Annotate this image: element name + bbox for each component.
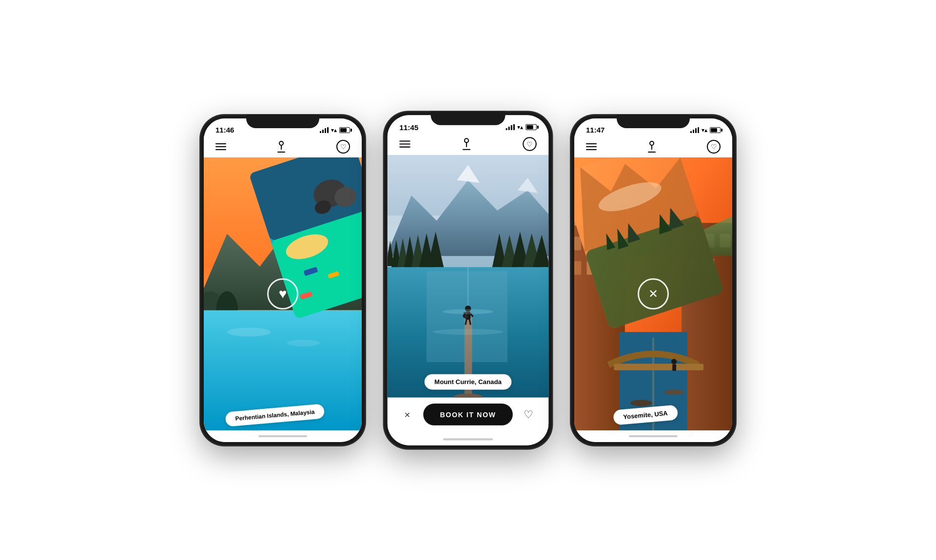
svg-line-45 bbox=[466, 320, 467, 325]
left-signal-icon bbox=[320, 127, 329, 133]
left-menu-icon[interactable] bbox=[215, 143, 226, 150]
middle-phone-screen: 11:45 ▾▴ bbox=[388, 115, 548, 445]
book-now-button[interactable]: BOOK IT NOW bbox=[423, 403, 513, 425]
right-favorites-icon[interactable]: ♡ bbox=[707, 140, 721, 154]
middle-signal-icon bbox=[506, 124, 515, 130]
right-status-icons: ▾▴ bbox=[690, 127, 721, 134]
left-time: 11:46 bbox=[215, 126, 234, 134]
middle-battery-icon bbox=[526, 124, 536, 130]
svg-point-73 bbox=[630, 400, 652, 406]
svg-rect-55 bbox=[574, 236, 581, 250]
middle-location-label: Mount Currie, Canada bbox=[425, 374, 512, 389]
left-nav-bar: ♡ bbox=[204, 138, 362, 157]
left-logo-pin bbox=[279, 141, 284, 146]
left-action-circle[interactable]: ♥ bbox=[267, 278, 298, 309]
left-phone-screen: 11:46 ▾▴ bbox=[204, 118, 362, 442]
left-favorites-icon[interactable]: ♡ bbox=[336, 140, 350, 154]
svg-rect-58 bbox=[574, 261, 581, 274]
svg-point-74 bbox=[664, 389, 683, 395]
save-button[interactable]: ♡ bbox=[519, 405, 539, 425]
right-wifi-icon: ▾▴ bbox=[702, 127, 707, 134]
svg-line-46 bbox=[469, 320, 470, 325]
middle-phone: 11:45 ▾▴ bbox=[384, 111, 553, 449]
middle-logo bbox=[463, 138, 470, 150]
middle-home-indicator bbox=[388, 433, 548, 445]
middle-action-bar: × BOOK IT NOW ♡ bbox=[388, 397, 548, 433]
middle-logo-base bbox=[463, 149, 470, 150]
right-battery-icon bbox=[710, 127, 721, 133]
svg-point-5 bbox=[227, 328, 271, 336]
phones-container: 11:46 ▾▴ bbox=[180, 95, 756, 465]
middle-content: Mount Currie, Canada bbox=[388, 154, 548, 397]
right-action-circle[interactable]: ✕ bbox=[638, 278, 669, 309]
middle-status-bar: 11:45 ▾▴ bbox=[388, 115, 548, 135]
svg-rect-70 bbox=[614, 364, 703, 370]
middle-scene-svg bbox=[388, 154, 548, 397]
right-phone-screen: 11:47 ▾▴ bbox=[574, 118, 732, 442]
right-status-bar: 11:47 ▾▴ bbox=[574, 118, 732, 138]
right-signal-icon bbox=[690, 127, 699, 133]
left-phone: 11:46 ▾▴ bbox=[200, 115, 366, 446]
left-home-indicator bbox=[204, 430, 362, 442]
middle-logo-pin bbox=[464, 138, 469, 143]
middle-nav-bar: ♡ bbox=[388, 135, 548, 155]
svg-rect-72 bbox=[672, 364, 676, 370]
left-status-bar: 11:46 ▾▴ bbox=[204, 118, 362, 138]
close-button[interactable]: × bbox=[397, 405, 417, 425]
right-phone: 11:47 ▾▴ bbox=[570, 115, 736, 446]
middle-wifi-icon: ▾▴ bbox=[517, 123, 523, 130]
right-logo-pin bbox=[649, 141, 654, 146]
left-logo-base bbox=[277, 152, 285, 153]
left-content: ♥ Perhentian Islands, Malaysia bbox=[204, 157, 362, 430]
right-time: 11:47 bbox=[586, 126, 604, 134]
left-battery-icon bbox=[339, 127, 350, 133]
left-status-icons: ▾▴ bbox=[320, 127, 350, 134]
right-logo bbox=[648, 141, 656, 153]
left-logo bbox=[277, 141, 285, 153]
right-nav-bar: ♡ bbox=[574, 138, 732, 157]
middle-time: 11:45 bbox=[399, 123, 418, 131]
left-wifi-icon: ▾▴ bbox=[331, 127, 337, 134]
svg-point-6 bbox=[287, 340, 320, 346]
middle-menu-icon[interactable] bbox=[399, 140, 410, 147]
right-logo-base bbox=[648, 152, 656, 153]
middle-status-icons: ▾▴ bbox=[506, 123, 537, 130]
right-menu-icon[interactable] bbox=[586, 143, 597, 150]
right-content: ✕ Yosemite, USA bbox=[574, 157, 732, 430]
right-home-indicator bbox=[574, 430, 732, 442]
svg-point-71 bbox=[671, 359, 677, 364]
middle-favorites-icon[interactable]: ♡ bbox=[523, 137, 537, 151]
